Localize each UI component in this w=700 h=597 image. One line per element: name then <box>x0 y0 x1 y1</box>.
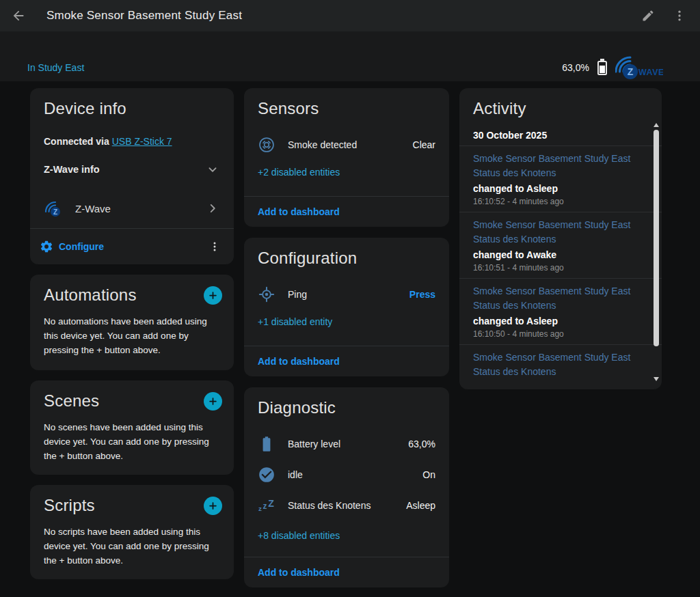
scenes-title: Scenes <box>44 391 99 411</box>
activity-timestamp: 16:10:50 - 4 minutes ago <box>473 329 644 339</box>
device-info-footer: Configure <box>30 228 234 264</box>
entity-name: Status des Knotens <box>288 500 406 511</box>
left-column: Device info Connected viaUSB Z-Stick 7 Z… <box>30 88 234 579</box>
configure-label: Configure <box>59 241 104 252</box>
diagnostic-card: Diagnostic Battery level 63,0% idle <box>244 387 449 587</box>
activity-entry: Smoke Sensor Basement Study East Status … <box>459 345 662 385</box>
add-automation-button[interactable] <box>204 286 222 305</box>
activity-change: changed to Asleep <box>473 182 644 195</box>
sensors-title: Sensors <box>258 99 435 118</box>
svg-text:Z: Z <box>268 498 274 509</box>
entity-state: On <box>422 469 435 480</box>
entity-name: Smoke detected <box>288 139 413 150</box>
plus-icon <box>208 396 218 406</box>
sensors-disabled-entities-link[interactable]: +2 disabled entities <box>258 167 340 178</box>
scripts-card: Scripts No scripts have been added using… <box>30 485 234 579</box>
arrow-left-icon <box>11 8 26 23</box>
automations-title: Automations <box>44 286 137 305</box>
hub-link[interactable]: USB Z-Stick 7 <box>112 136 172 147</box>
entity-state: Clear <box>413 139 435 150</box>
configuration-add-to-dashboard-link[interactable]: Add to dashboard <box>258 356 340 367</box>
add-scene-button[interactable] <box>204 392 222 411</box>
activity-entry: Smoke Sensor Basement Study East Status … <box>459 146 662 212</box>
diagnostic-disabled-entities-link[interactable]: +8 disabled entities <box>258 530 340 541</box>
device-info-title: Device info <box>44 99 220 118</box>
smoke-detector-icon <box>258 136 275 154</box>
configuration-disabled-entities-link[interactable]: +1 disabled entity <box>258 316 332 327</box>
automations-card: Automations No automations have been add… <box>30 275 234 370</box>
diagnostic-add-to-dashboard-link[interactable]: Add to dashboard <box>258 567 340 578</box>
configure-button[interactable]: Configure <box>40 240 104 253</box>
activity-timestamp: 16:10:51 - 4 minutes ago <box>473 263 644 273</box>
svg-text:WAVE: WAVE <box>638 68 663 77</box>
entity-name: Ping <box>288 289 409 300</box>
scenes-card: Scenes No scenes have been added using t… <box>30 380 234 475</box>
device-subheader: In Study East 63,0% Z WAVE <box>0 53 700 82</box>
battery-icon <box>258 435 275 453</box>
activity-entry: Smoke Sensor Basement Study East Status … <box>459 212 662 279</box>
plus-icon <box>208 501 218 511</box>
connected-via: Connected viaUSB Z-Stick 7 <box>44 136 220 147</box>
activity-entity-link[interactable]: Smoke Sensor Basement Study East Status … <box>473 152 644 180</box>
add-script-button[interactable] <box>204 497 222 515</box>
entity-row-ping[interactable]: Ping Press <box>258 279 435 309</box>
battery-percentage: 63,0% <box>562 62 589 73</box>
entity-row-node-status[interactable]: z z Z Status des Knotens Asleep <box>258 490 435 520</box>
activity-scrollbar[interactable] <box>653 123 660 381</box>
sensors-card: Sensors Smoke detected Clear <box>244 88 449 227</box>
chevron-right-icon <box>205 201 220 216</box>
device-page-content: Device info Connected viaUSB Z-Stick 7 Z… <box>0 88 700 587</box>
app-header: Smoke Sensor Basement Study East <box>0 0 700 31</box>
svg-text:z: z <box>263 501 267 511</box>
edit-device-button[interactable] <box>638 6 658 25</box>
scripts-title: Scripts <box>44 496 95 515</box>
automations-empty-text: No automations have been added using thi… <box>44 314 220 357</box>
sensors-add-to-dashboard-link[interactable]: Add to dashboard <box>258 206 340 217</box>
zwave-info-label: Z-Wave info <box>44 164 100 175</box>
device-info-card: Device info Connected viaUSB Z-Stick 7 Z… <box>30 88 234 264</box>
gear-icon <box>40 240 53 253</box>
device-status-group: 63,0% Z WAVE <box>562 54 663 81</box>
chevron-down-icon <box>205 162 220 177</box>
activity-entity-link[interactable]: Smoke Sensor Basement Study East Status … <box>473 350 644 379</box>
activity-card: Activity 30 October 2025 Smoke Sensor Ba… <box>459 88 662 389</box>
configuration-title: Configuration <box>258 249 435 268</box>
z-wave-icon: Z <box>44 198 64 219</box>
activity-entity-link[interactable]: Smoke Sensor Basement Study East Status … <box>473 218 644 247</box>
device-overflow-button[interactable] <box>208 240 221 253</box>
entity-row-battery-level[interactable]: Battery level 63,0% <box>258 428 435 459</box>
activity-change: changed to Asleep <box>473 315 644 327</box>
area-link[interactable]: In Study East <box>27 62 84 73</box>
zwave-integration-row[interactable]: Z Z-Wave <box>44 195 220 222</box>
sleep-zzz-icon: z z Z <box>258 497 275 514</box>
right-column: Activity 30 October 2025 Smoke Sensor Ba… <box>459 88 662 389</box>
scrollbar-thumb[interactable] <box>654 130 659 346</box>
plus-icon <box>208 290 218 301</box>
svg-text:Z: Z <box>53 208 57 216</box>
activity-entity-link[interactable]: Smoke Sensor Basement Study East Status … <box>473 284 644 313</box>
scripts-empty-text: No scripts have been added using this de… <box>44 525 220 568</box>
activity-title: Activity <box>459 99 662 118</box>
entity-name: Battery level <box>288 439 408 449</box>
scenes-empty-text: No scenes have been added using this dev… <box>44 420 220 463</box>
press-button[interactable]: Press <box>409 289 435 300</box>
activity-date-header: 30 October 2025 <box>459 130 662 146</box>
check-circle-icon <box>258 466 275 484</box>
battery-icon <box>597 61 607 75</box>
configuration-card: Configuration Ping Press <box>244 238 449 376</box>
overflow-menu-button[interactable] <box>670 6 689 25</box>
activity-change: changed to Awake <box>473 249 644 261</box>
zwave-info-expander[interactable]: Z-Wave info <box>44 162 220 177</box>
z-wave-logo-icon: Z WAVE <box>615 54 663 81</box>
activity-timestamp: 16:10:52 - 4 minutes ago <box>473 197 644 206</box>
integration-label: Z-Wave <box>75 203 111 214</box>
entity-state: Asleep <box>406 500 435 511</box>
scroll-up-arrow-icon[interactable] <box>654 123 659 127</box>
entity-row-idle[interactable]: idle On <box>258 459 435 490</box>
back-button[interactable] <box>8 5 29 26</box>
svg-text:z: z <box>258 504 262 512</box>
scroll-down-arrow-icon[interactable] <box>654 377 659 381</box>
activity-entry: Smoke Sensor Basement Study East Status … <box>459 279 662 345</box>
connected-via-label: Connected via <box>44 136 109 147</box>
entity-row-smoke-detected[interactable]: Smoke detected Clear <box>258 129 435 160</box>
